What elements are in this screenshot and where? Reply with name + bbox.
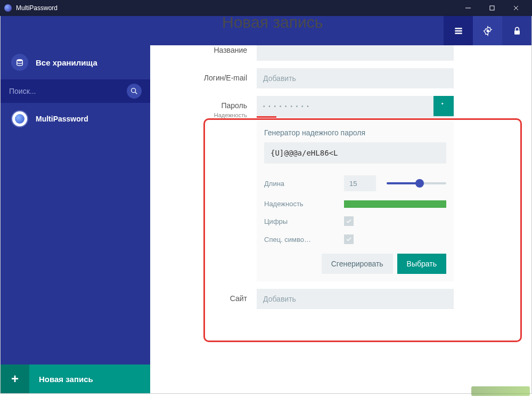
generator-title: Генератор надежного пароля <box>257 128 454 142</box>
strength-label: Надежность <box>264 200 344 208</box>
generate-button[interactable]: Сгенерировать <box>322 254 393 274</box>
app-name: MultiPassword <box>16 4 58 12</box>
search-icon[interactable] <box>127 84 142 99</box>
svg-rect-7 <box>455 28 462 29</box>
svg-point-10 <box>486 29 489 32</box>
svg-rect-1 <box>490 6 494 10</box>
stack-icon <box>11 54 28 71</box>
svg-rect-11 <box>514 30 520 34</box>
list-icon[interactable] <box>444 16 473 45</box>
minimize-button[interactable] <box>456 0 480 16</box>
vault-item-label: MultiPassword <box>36 115 88 123</box>
close-button[interactable] <box>504 0 528 16</box>
special-label: Спец. симво… <box>264 236 344 244</box>
length-value[interactable]: 15 <box>344 175 376 191</box>
strength-sublabel: Надежность <box>150 112 247 118</box>
site-label: Сайт <box>150 289 257 303</box>
titlebar: MultiPassword <box>0 0 532 16</box>
settings-icon[interactable] <box>473 16 502 45</box>
svg-point-4 <box>17 59 23 61</box>
app-icon <box>4 4 12 12</box>
special-checkbox[interactable] <box>344 234 354 244</box>
length-label: Длина <box>264 180 344 188</box>
all-vaults-label: Все хранилища <box>36 58 97 67</box>
choose-button[interactable]: Выбрать <box>397 254 446 274</box>
svg-rect-9 <box>455 33 462 34</box>
svg-rect-8 <box>455 30 462 31</box>
login-input[interactable] <box>257 68 454 88</box>
new-entry-button[interactable]: + Новая запись <box>1 364 150 393</box>
digits-label: Цифры <box>264 217 344 225</box>
all-vaults-button[interactable]: Все хранилища <box>1 45 150 79</box>
login-label: Логин/E-mail <box>150 68 257 82</box>
search-row[interactable] <box>1 79 150 103</box>
main-panel: Новая запись Название Логин/E-mail Парол… <box>150 16 531 393</box>
password-strength-bar <box>257 116 454 118</box>
password-label: Пароль <box>150 101 247 110</box>
generated-password[interactable]: {U]@@@a/eHL86<L <box>264 142 446 164</box>
svg-line-6 <box>135 92 137 94</box>
lock-icon[interactable] <box>502 16 531 45</box>
svg-point-5 <box>132 88 136 93</box>
topbar <box>150 16 531 45</box>
sidebar: Все хранилища MultiPassword + Новая запи… <box>1 16 150 393</box>
password-input[interactable]: • • • • • • • • • <box>257 96 433 116</box>
digits-checkbox[interactable] <box>344 216 354 226</box>
search-input[interactable] <box>9 87 127 95</box>
new-entry-label: Новая запись <box>29 375 93 384</box>
watermark <box>471 386 530 396</box>
generate-icon[interactable] <box>433 96 454 116</box>
generator-panel: Генератор надежного пароля {U]@@@a/eHL86… <box>257 121 454 281</box>
length-slider[interactable] <box>387 182 446 184</box>
site-input[interactable] <box>257 289 454 309</box>
plus-icon: + <box>1 364 29 393</box>
vault-item[interactable]: MultiPassword <box>11 110 140 127</box>
generator-strength-bar <box>344 200 446 208</box>
page-title: Новая запись <box>222 16 323 31</box>
globe-icon <box>11 110 28 127</box>
maximize-button[interactable] <box>480 0 504 16</box>
